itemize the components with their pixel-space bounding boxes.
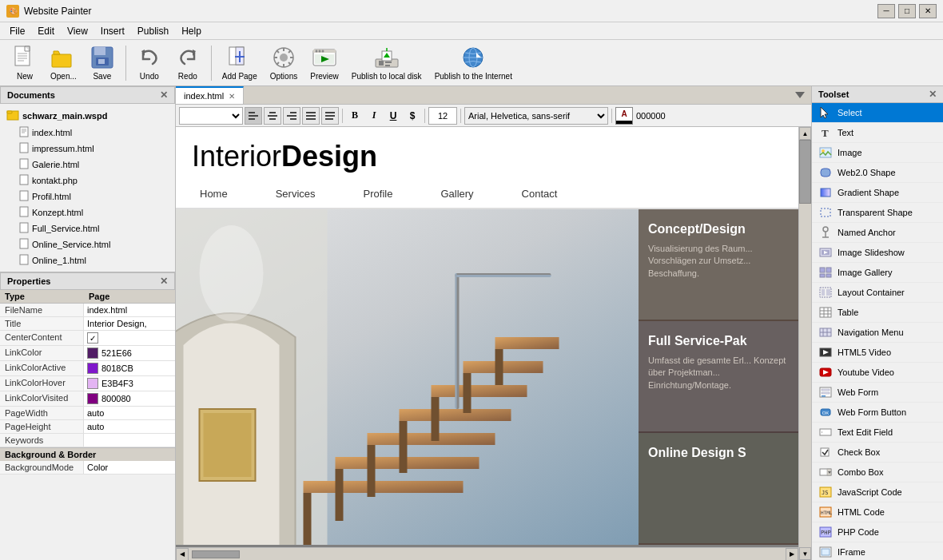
linkcolorvisited-text: 800080	[101, 394, 131, 403]
doc-onlineservice[interactable]: Online_Service.html	[0, 236, 175, 252]
vscroll-thumb[interactable]	[799, 140, 811, 204]
vscroll-down[interactable]: ▼	[799, 547, 811, 560]
align-justify-btn[interactable]	[302, 107, 320, 125]
tool-select[interactable]: Select	[812, 103, 943, 123]
linkcolorvisited-swatch[interactable]	[87, 393, 98, 404]
align-right-btn[interactable]	[283, 107, 300, 125]
svg-rect-66	[269, 118, 276, 120]
publish-local-button[interactable]: Publish to local disk	[346, 41, 428, 85]
align-center-btn[interactable]	[264, 107, 281, 125]
menu-edit[interactable]: Edit	[31, 24, 61, 38]
tab-index-close[interactable]: ✕	[229, 92, 235, 101]
menu-view[interactable]: View	[61, 24, 94, 38]
publish-internet-button[interactable]: Publish to the Internet	[429, 41, 518, 85]
tool-imgslideshow[interactable]: Image Slideshow	[812, 243, 943, 263]
doc-impressum[interactable]: impressum.html	[0, 141, 175, 157]
tool-gradshape[interactable]: Gradient Shape	[812, 183, 943, 203]
close-button[interactable]: ✕	[919, 4, 937, 18]
tool-image[interactable]: Image	[812, 143, 943, 163]
tab-dropdown[interactable]	[789, 86, 811, 104]
nav-profile[interactable]: Profile	[356, 180, 433, 208]
text-color-button[interactable]: A	[615, 107, 633, 125]
doc-index[interactable]: index.html	[0, 125, 175, 141]
save-button[interactable]: Save	[84, 41, 121, 85]
hscroll-thumb[interactable]	[192, 550, 240, 558]
underline-button[interactable]: U	[384, 107, 402, 125]
linkcoloractive-swatch[interactable]	[87, 363, 98, 374]
toolset-close[interactable]: ✕	[929, 89, 937, 100]
undo-button[interactable]: Undo	[131, 41, 168, 85]
minimize-button[interactable]: ─	[877, 4, 895, 18]
open-button[interactable]: Open...	[45, 41, 82, 85]
tool-phpcode[interactable]: PHP PHP Code	[812, 522, 943, 542]
checkbox-icon	[818, 445, 833, 459]
doc-konzept[interactable]: Konzept.html	[0, 205, 175, 220]
documents-close[interactable]: ✕	[160, 89, 168, 101]
redo-button[interactable]: Redo	[169, 41, 206, 85]
card3-title: Online Design S	[648, 446, 789, 460]
tool-web2shape[interactable]: Web2.0 Shape	[812, 163, 943, 183]
prop-keywords-label: Keywords	[0, 434, 84, 447]
hscroll-right[interactable]: ▶	[786, 548, 798, 561]
font-size-input[interactable]	[428, 107, 457, 125]
doc-fullservice[interactable]: Full_Service.html	[0, 220, 175, 236]
cursor-icon	[818, 105, 833, 120]
tool-text[interactable]: T Text	[812, 123, 943, 143]
tool-texteditfield[interactable]: Text Edit Field	[812, 423, 943, 443]
tool-webform[interactable]: Web Form	[812, 383, 943, 403]
menu-insert[interactable]: Insert	[94, 24, 131, 38]
properties-close[interactable]: ✕	[160, 276, 168, 287]
dollar-button[interactable]: $	[404, 107, 421, 125]
tool-namedanchor[interactable]: Named Anchor	[812, 223, 943, 243]
style-select[interactable]	[179, 107, 243, 125]
italic-button[interactable]: I	[365, 107, 383, 125]
doc-online1[interactable]: Online_1.html	[0, 252, 175, 268]
align-block-btn[interactable]	[321, 107, 339, 125]
tool-html5video[interactable]: HTML5 Video	[812, 343, 943, 363]
tool-combobox[interactable]: Combo Box	[812, 463, 943, 483]
nav-gallery[interactable]: Gallery	[432, 180, 513, 208]
tool-jscode[interactable]: JS JavaScript Code	[812, 483, 943, 502]
canvas-scroll[interactable]: InteriorDesign Home Services Profile Gal…	[176, 127, 798, 547]
nav-services[interactable]: Services	[268, 180, 356, 208]
nav-home[interactable]: Home	[192, 180, 268, 208]
tool-webformbtn[interactable]: OK Web Form Button	[812, 403, 943, 423]
svg-rect-81	[336, 469, 344, 521]
tool-youtubevideo[interactable]: Youtube Video	[812, 363, 943, 383]
doc-profil[interactable]: Profil.html	[0, 189, 175, 205]
font-family-select[interactable]: Arial, Helvetica, sans-serif	[464, 107, 608, 125]
centercontent-checkbox[interactable]: ✓	[87, 332, 98, 344]
tool-navmenu[interactable]: Navigation Menu	[812, 323, 943, 343]
preview-button[interactable]: Preview	[304, 41, 344, 85]
options-button[interactable]: Options	[265, 41, 303, 85]
menu-publish[interactable]: Publish	[131, 24, 175, 38]
new-button[interactable]: New	[6, 41, 43, 85]
tool-layoutcontainer[interactable]: Layout Container	[812, 283, 943, 303]
tool-transpshape[interactable]: Transparent Shape	[812, 203, 943, 223]
svg-point-31	[319, 50, 321, 53]
maximize-button[interactable]: □	[898, 4, 916, 18]
main-layout: Documents ✕ schwarz_main.wspd index.html	[0, 86, 943, 560]
addpage-button[interactable]: Add Page	[217, 41, 263, 85]
doc-kontakt[interactable]: kontakt.php	[0, 173, 175, 189]
linkcolor-swatch[interactable]	[87, 348, 98, 359]
prop-centercontent-label: CenterContent	[0, 331, 84, 345]
tab-index[interactable]: index.html ✕	[176, 86, 244, 104]
linkcolorhover-swatch[interactable]	[87, 378, 98, 389]
tool-checkbox[interactable]: Check Box	[812, 443, 943, 463]
bold-button[interactable]: B	[346, 107, 364, 125]
vscroll-up[interactable]: ▲	[799, 127, 811, 140]
doc-root[interactable]: schwarz_main.wspd	[0, 107, 175, 125]
doc-galerie[interactable]: Galerie.html	[0, 157, 175, 173]
tool-imggallery[interactable]: Image Gallery	[812, 263, 943, 283]
menu-file[interactable]: File	[3, 24, 31, 38]
nav-contact[interactable]: Contact	[514, 180, 598, 208]
hscroll-left[interactable]: ◀	[176, 548, 189, 561]
menu-help[interactable]: Help	[175, 24, 208, 38]
svg-rect-53	[20, 159, 28, 169]
tool-iframe[interactable]: IFrame	[812, 542, 943, 560]
align-left-btn[interactable]	[245, 107, 262, 125]
tool-htmlcode[interactable]: HTML HTML Code	[812, 502, 943, 522]
file-icon-5	[19, 190, 29, 203]
tool-table[interactable]: Table	[812, 303, 943, 323]
